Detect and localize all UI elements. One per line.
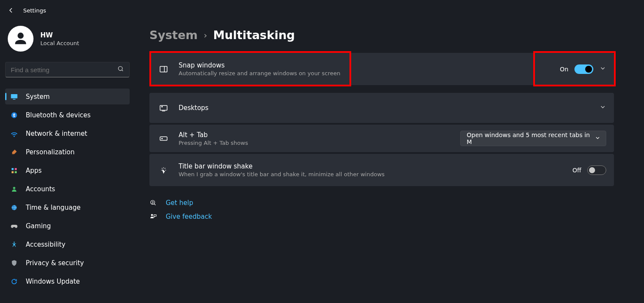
chevron-down-icon[interactable] xyxy=(599,65,606,73)
sidebar-item-time[interactable]: Time & language xyxy=(5,199,130,215)
sidebar-item-privacy[interactable]: Privacy & security xyxy=(5,255,130,271)
update-icon xyxy=(10,278,18,285)
display-icon xyxy=(10,93,18,101)
setting-snap-windows[interactable]: Snap windows Automatically resize and ar… xyxy=(149,53,614,85)
alt-tab-dropdown[interactable]: Open windows and 5 most recent tabs in M xyxy=(460,131,606,146)
sidebar-item-label: Apps xyxy=(26,167,42,174)
sidebar-item-system[interactable]: System xyxy=(5,89,130,104)
shield-icon xyxy=(10,259,18,267)
setting-subtitle: Automatically resize and arrange windows… xyxy=(179,70,560,77)
setting-title: Snap windows xyxy=(179,61,560,69)
sidebar-item-accounts[interactable]: Accounts xyxy=(5,181,130,197)
sidebar-item-network[interactable]: Network & internet xyxy=(5,125,130,141)
svg-point-15 xyxy=(161,138,162,139)
breadcrumb-parent[interactable]: System xyxy=(149,28,197,42)
svg-rect-14 xyxy=(160,137,167,140)
setting-alt-tab[interactable]: Alt + Tab Pressing Alt + Tab shows Open … xyxy=(149,125,614,152)
accessibility-icon xyxy=(10,241,18,248)
svg-point-0 xyxy=(118,67,122,70)
breadcrumb: System › Multitasking xyxy=(149,28,614,42)
wifi-icon xyxy=(10,130,18,138)
setting-subtitle: When I grab a window's title bar and sha… xyxy=(179,171,572,178)
toggle-label: On xyxy=(560,66,568,73)
setting-title: Alt + Tab xyxy=(179,131,460,139)
app-title: Settings xyxy=(23,7,46,14)
search-box[interactable] xyxy=(5,62,130,77)
globe-icon xyxy=(10,204,18,211)
sidebar-item-gaming[interactable]: Gaming xyxy=(5,218,130,234)
setting-subtitle: Pressing Alt + Tab shows xyxy=(179,140,460,146)
svg-rect-6 xyxy=(12,171,14,173)
help-icon xyxy=(149,199,157,206)
title-bar-shake-toggle[interactable] xyxy=(587,165,606,175)
person-icon xyxy=(10,185,18,193)
sidebar-item-label: Privacy & security xyxy=(26,259,84,267)
setting-title: Desktops xyxy=(179,101,599,114)
user-name: HW xyxy=(40,31,79,39)
get-help-link[interactable]: Get help xyxy=(149,199,614,207)
user-subtitle: Local Account xyxy=(40,40,79,46)
snap-windows-toggle[interactable] xyxy=(574,64,593,74)
sidebar-item-label: Network & internet xyxy=(26,130,87,138)
sidebar-item-bluetooth[interactable]: Bluetooth & devices xyxy=(5,107,130,123)
gamepad-icon xyxy=(10,222,18,230)
sidebar-item-label: Gaming xyxy=(26,222,51,230)
svg-rect-4 xyxy=(12,168,14,170)
chevron-down-icon[interactable] xyxy=(599,104,606,112)
svg-point-18 xyxy=(151,214,153,216)
user-block[interactable]: HW Local Account xyxy=(5,24,131,59)
sidebar-item-label: System xyxy=(26,93,50,101)
chevron-down-icon xyxy=(595,135,601,142)
svg-rect-1 xyxy=(11,94,18,98)
svg-rect-12 xyxy=(160,106,167,110)
setting-title-bar-shake[interactable]: Title bar window shake When I grab a win… xyxy=(149,154,614,186)
snap-windows-icon xyxy=(157,64,170,74)
page-title: Multitasking xyxy=(213,28,295,42)
sidebar-item-accessibility[interactable]: Accessibility xyxy=(5,236,130,252)
sidebar-item-label: Personalization xyxy=(26,148,75,156)
bluetooth-icon xyxy=(10,111,18,119)
alt-tab-icon xyxy=(157,134,170,143)
back-button[interactable] xyxy=(6,6,15,15)
svg-point-13 xyxy=(161,106,162,107)
chevron-right-icon: › xyxy=(204,30,207,40)
avatar xyxy=(8,26,33,52)
brush-icon xyxy=(10,148,18,156)
link-label: Give feedback xyxy=(166,213,212,220)
apps-icon xyxy=(10,167,18,174)
svg-rect-2 xyxy=(13,99,15,100)
shake-icon xyxy=(157,166,170,174)
sidebar-item-label: Bluetooth & devices xyxy=(26,111,91,119)
sidebar-item-label: Windows Update xyxy=(26,278,80,285)
setting-desktops[interactable]: Desktops xyxy=(149,93,614,123)
svg-point-8 xyxy=(13,187,15,189)
svg-rect-7 xyxy=(15,171,17,173)
search-icon xyxy=(117,65,124,74)
desktops-icon xyxy=(157,103,170,113)
sidebar-item-label: Time & language xyxy=(26,204,81,211)
svg-point-17 xyxy=(152,203,153,204)
svg-rect-11 xyxy=(160,66,167,72)
toggle-label: Off xyxy=(572,167,581,174)
sidebar-item-label: Accessibility xyxy=(26,241,65,248)
svg-rect-5 xyxy=(15,168,17,170)
sidebar-nav: System Bluetooth & devices Network & int… xyxy=(5,89,130,289)
sidebar-item-personalization[interactable]: Personalization xyxy=(5,144,130,160)
link-label: Get help xyxy=(166,199,193,207)
setting-title: Title bar window shake xyxy=(179,162,572,170)
feedback-icon xyxy=(149,213,157,220)
sidebar-item-apps[interactable]: Apps xyxy=(5,162,130,178)
sidebar-item-label: Accounts xyxy=(26,185,55,193)
svg-point-10 xyxy=(14,242,15,243)
give-feedback-link[interactable]: Give feedback xyxy=(149,213,614,220)
sidebar-item-update[interactable]: Windows Update xyxy=(5,273,130,289)
search-input[interactable] xyxy=(11,66,117,73)
dropdown-value: Open windows and 5 most recent tabs in M xyxy=(467,132,595,145)
